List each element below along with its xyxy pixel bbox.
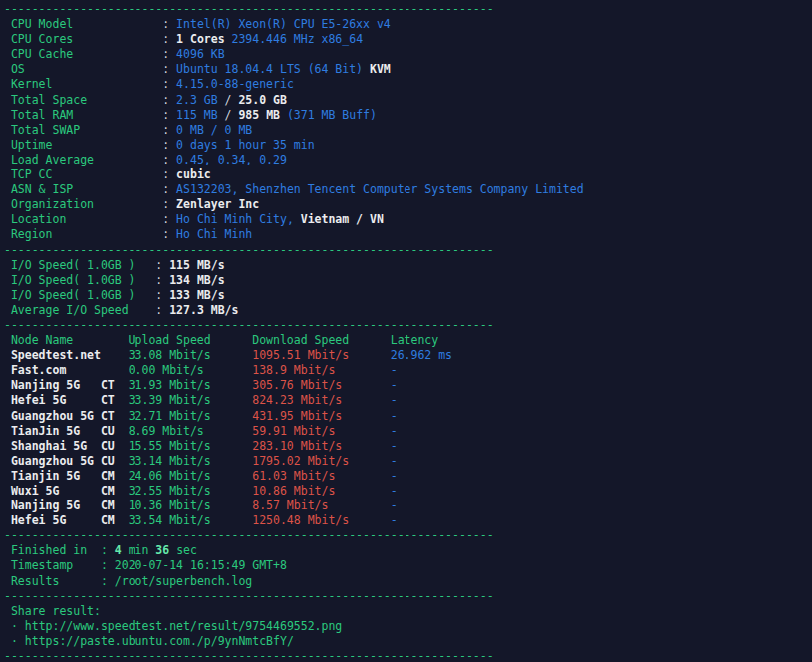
colon: : <box>155 288 169 302</box>
field-value: Intel(R) Xeon(R) CPU E5-26xx v4 <box>176 17 391 31</box>
speedtest-row: Wuxi 5G CM 32.55 Mbit/s 10.86 Mbit/s - <box>4 484 812 498</box>
download-speed: 10.86 Mbit/s <box>252 484 390 497</box>
speedtest-row: Shanghai 5G CU 15.55 Mbit/s 283.10 Mbit/… <box>4 439 812 454</box>
latency: - <box>391 513 398 527</box>
field-value: /root/superbench.log <box>115 574 252 588</box>
io-row: I/O Speed( 1.0GB ) : 134 MB/s <box>4 273 812 288</box>
download-speed: 8.57 Mbit/s <box>252 498 390 512</box>
upload-speed: 0.00 Mbit/s <box>129 363 253 377</box>
upload-speed: 15.55 Mbit/s <box>129 439 253 453</box>
latency: 26.962 ms <box>391 348 452 362</box>
separator-line: ----------------------------------------… <box>4 649 812 662</box>
terminal-output: ----------------------------------------… <box>4 2 812 662</box>
download-speed: 59.91 Mbit/s <box>252 424 390 438</box>
download-speed: 1095.51 Mbit/s <box>252 348 390 362</box>
latency: - <box>391 378 398 392</box>
field-label: Total SWAP <box>4 123 162 137</box>
io-row: I/O Speed( 1.0GB ) : 115 MB/s <box>4 258 812 273</box>
io-value: 133 MB/s <box>169 288 224 302</box>
node-name: Hefei 5G CM <box>4 513 129 527</box>
colon: : <box>162 47 176 61</box>
colon: : <box>162 227 176 241</box>
node-name: Shanghai 5G CU <box>4 439 129 453</box>
latency: - <box>391 393 398 407</box>
io-value: 134 MB/s <box>169 273 224 287</box>
field-value: 1 Cores <box>176 32 224 46</box>
node-name: Nanjing 5G CT <box>4 378 129 392</box>
sysinfo-row: Uptime : 0 days 1 hour 35 min <box>4 138 812 153</box>
field-label: CPU Cores <box>4 32 162 46</box>
io-row: I/O Speed( 1.0GB ) : 133 MB/s <box>4 288 812 303</box>
field-label: Timestamp <box>4 558 101 572</box>
field-value: sec <box>169 543 197 557</box>
field-label: I/O Speed( 1.0GB ) <box>4 258 155 272</box>
upload-speed: 32.71 Mbit/s <box>129 409 253 423</box>
speedtest-row: Tianjin 5G CM 24.06 Mbit/s 61.03 Mbit/s … <box>4 469 812 484</box>
upload-speed: 32.55 Mbit/s <box>129 484 253 497</box>
summary-row: Finished in : 4 min 36 sec <box>4 543 812 558</box>
speedtest-row: TianJin 5G CU 8.69 Mbit/s 59.91 Mbit/s - <box>4 424 812 439</box>
share-title: Share result: <box>4 604 101 618</box>
field-value: Ubuntu 18.04.4 LTS (64 Bit) <box>176 62 370 76</box>
separator-line: ----------------------------------------… <box>4 243 812 258</box>
field-label: Load Average <box>4 153 162 166</box>
colon: : <box>162 182 176 196</box>
field-value: 4 <box>115 543 122 557</box>
bullet: · <box>4 634 25 648</box>
speedtest-header-row: Node Name Upload Speed Download Speed La… <box>4 333 812 348</box>
field-label: Location <box>4 212 162 226</box>
field-label: CPU Model <box>4 17 162 31</box>
download-speed: 1795.02 Mbit/s <box>252 454 390 468</box>
sysinfo-row: TCP CC : cubic <box>4 167 812 182</box>
field-value: 2020-07-14 16:15:49 GMT+8 <box>115 558 287 572</box>
latency: - <box>391 469 398 483</box>
share-link-row[interactable]: · http://www.speedtest.net/result/975446… <box>4 619 812 634</box>
colon: : <box>155 258 169 272</box>
download-speed: 431.95 Mbit/s <box>252 409 390 423</box>
field-label: Uptime <box>4 138 162 152</box>
latency: - <box>391 484 398 497</box>
sysinfo-row: OS : Ubuntu 18.04.4 LTS (64 Bit) KVM <box>4 62 812 77</box>
speedtest-row: Hefei 5G CT 33.39 Mbit/s 824.23 Mbit/s - <box>4 393 812 408</box>
latency: - <box>391 454 398 468</box>
download-speed: 283.10 Mbit/s <box>252 439 390 453</box>
colon: : <box>162 93 176 107</box>
node-name: Speedtest.net <box>4 348 129 362</box>
colon: : <box>162 153 176 166</box>
download-speed: 1250.48 Mbit/s <box>252 513 390 527</box>
field-value: KVM <box>370 62 391 76</box>
colon: : <box>162 138 176 152</box>
node-name: Guangzhou 5G CU <box>4 454 129 468</box>
field-value: Ho Chi Minh City, <box>176 212 301 226</box>
node-name: Hefei 5G CT <box>4 393 129 407</box>
field-label: OS <box>4 62 162 76</box>
speedtest-row: Guangzhou 5G CU 33.14 Mbit/s 1795.02 Mbi… <box>4 454 812 469</box>
sysinfo-row: CPU Cores : 1 Cores 2394.446 MHz x86_64 <box>4 32 812 47</box>
bullet: · <box>4 619 25 633</box>
separator-dashes: ----------------------------------------… <box>4 649 494 662</box>
colon: : <box>162 123 176 137</box>
field-value: 115 MB <box>176 108 218 122</box>
speedtest-row: Guangzhou 5G CT 32.71 Mbit/s 431.95 Mbit… <box>4 409 812 424</box>
terminal[interactable]: ----------------------------------------… <box>0 0 812 662</box>
node-name: Tianjin 5G CM <box>4 469 129 483</box>
share-link-row[interactable]: · https://paste.ubuntu.com./p/9ynNmtcBfY… <box>4 634 812 649</box>
field-label: CPU Cache <box>4 47 162 61</box>
colon: : <box>101 558 115 572</box>
latency: - <box>391 424 398 438</box>
field-label: TCP CC <box>4 167 162 181</box>
upload-speed: 33.54 Mbit/s <box>129 513 253 527</box>
field-value: 25.0 GB <box>238 93 286 107</box>
summary-row: Results : /root/superbench.log <box>4 574 812 589</box>
node-name: TianJin 5G CU <box>4 424 129 438</box>
io-value: 127.3 MB/s <box>169 303 238 317</box>
separator-line: ----------------------------------------… <box>4 528 812 543</box>
latency: - <box>391 498 398 512</box>
separator-dashes: ----------------------------------------… <box>4 243 494 257</box>
colon: : <box>162 167 176 181</box>
field-label: Results <box>4 574 101 588</box>
colon: : <box>162 108 176 122</box>
share-link-url: https://paste.ubuntu.com./p/9ynNmtcBfY/ <box>25 634 294 648</box>
field-label: Kernel <box>4 77 162 91</box>
field-value: Vietnam / VN <box>301 212 384 226</box>
